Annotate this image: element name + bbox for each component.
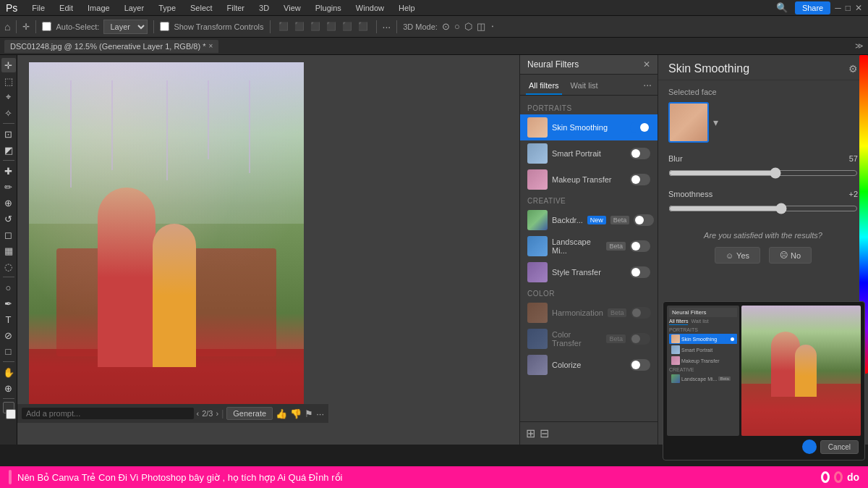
tab-close-button[interactable]: × <box>208 42 213 50</box>
tool-pen[interactable]: ✒ <box>1 296 16 311</box>
window-minimize-icon[interactable]: ─ <box>835 3 841 13</box>
more-options-icon[interactable]: ··· <box>316 408 324 419</box>
align-middle-icon[interactable]: ⬛ <box>340 21 354 32</box>
tool-crop[interactable]: ⊡ <box>1 127 16 141</box>
filter-item-smart-portrait[interactable]: Smart Portrait <box>520 140 658 167</box>
canvas-image[interactable] <box>29 62 304 421</box>
landscape-toggle[interactable] <box>630 240 650 252</box>
menu-type[interactable]: Type <box>156 2 179 14</box>
smoothness-slider[interactable] <box>668 203 858 214</box>
thumbs-up-icon[interactable]: 👍 <box>276 408 287 419</box>
align-bottom-icon[interactable]: ⬛ <box>356 21 370 32</box>
tool-gradient[interactable]: ▦ <box>1 243 16 258</box>
next-generation-button[interactable]: › <box>216 409 218 418</box>
menu-view[interactable]: View <box>281 2 304 14</box>
color-transfer-toggle[interactable] <box>630 333 650 345</box>
no-button[interactable]: ☹ No <box>769 247 812 264</box>
menu-3d[interactable]: 3D <box>256 2 272 14</box>
panels-collapse-icon[interactable]: ≫ <box>855 41 864 51</box>
3d-icon-2[interactable]: ○ <box>454 21 460 32</box>
filter-item-style-transfer[interactable]: Style Transfer <box>520 259 658 285</box>
tool-shape[interactable]: □ <box>1 344 16 358</box>
popup-ok-button[interactable] <box>802 439 817 454</box>
tool-brush[interactable]: ✏ <box>1 180 16 194</box>
document-tab[interactable]: DSC01248.jpg @ 12.5% (Generative Layer 1… <box>4 40 218 53</box>
tool-text[interactable]: T <box>1 312 16 327</box>
tool-eraser[interactable]: ◻ <box>1 227 16 242</box>
filter-layout-icon[interactable]: ⊞ <box>526 426 535 440</box>
tool-clone[interactable]: ⊕ <box>1 195 16 210</box>
home-icon[interactable]: ⌂ <box>4 21 10 33</box>
menu-file[interactable]: File <box>29 2 48 14</box>
menu-select[interactable]: Select <box>187 2 216 14</box>
filter-item-skin-smoothing[interactable]: Skin Smoothing <box>520 114 658 140</box>
menu-filter[interactable]: Filter <box>224 2 247 14</box>
filter-stack-icon[interactable]: ⊟ <box>540 426 549 440</box>
tool-marquee[interactable]: ⬚ <box>1 74 16 88</box>
filter-item-landscape[interactable]: Landscape Mi... Beta <box>520 233 658 259</box>
move-tool-icon[interactable]: ✛ <box>22 22 30 32</box>
blur-slider[interactable] <box>668 167 858 179</box>
yes-button[interactable]: ☺ Yes <box>715 247 760 264</box>
tool-magic-wand[interactable]: ✧ <box>1 106 16 120</box>
tool-background-color[interactable] <box>6 409 16 419</box>
filter-item-color-transfer[interactable]: Color Transfer Beta <box>520 326 658 352</box>
tool-move[interactable]: ✛ <box>1 58 16 72</box>
tool-slice[interactable]: ◩ <box>1 143 16 157</box>
3d-icon-1[interactable]: ⊙ <box>442 21 450 32</box>
layer-select[interactable]: Layer Group <box>103 20 148 34</box>
window-close-icon[interactable]: ✕ <box>855 3 862 13</box>
prev-generation-button[interactable]: ‹ <box>197 409 200 418</box>
tool-hand[interactable]: ✋ <box>1 365 16 379</box>
toolbar-more-icon[interactable]: ··· <box>383 21 391 33</box>
search-icon[interactable]: 🔍 <box>776 2 788 13</box>
face-dropdown-icon[interactable]: ▾ <box>713 117 718 128</box>
tab-all-filters[interactable]: All filters <box>526 79 562 95</box>
share-button[interactable]: Share <box>795 1 830 14</box>
flag-icon[interactable]: ⚑ <box>305 408 313 419</box>
colorize-toggle[interactable] <box>630 359 650 371</box>
transform-controls-checkbox[interactable] <box>160 22 169 31</box>
skin-panel-settings-icon[interactable]: ⚙ <box>848 63 858 75</box>
harmonization-toggle[interactable] <box>631 307 651 319</box>
align-top-icon[interactable]: ⬛ <box>324 21 339 32</box>
backdrop-toggle[interactable] <box>634 214 654 226</box>
tool-zoom[interactable]: ⊕ <box>1 381 16 395</box>
skin-smoothing-toggle[interactable] <box>630 122 650 133</box>
popup-cancel-button[interactable]: Cancel <box>820 440 859 454</box>
tool-path[interactable]: ⊘ <box>1 328 16 342</box>
prompt-input[interactable] <box>22 408 194 419</box>
menu-window[interactable]: Window <box>353 2 387 14</box>
3d-icon-4[interactable]: ◫ <box>477 21 485 32</box>
align-center-icon[interactable]: ⬛ <box>292 21 307 32</box>
tool-blur[interactable]: ◌ <box>1 259 16 274</box>
menu-help[interactable]: Help <box>396 2 418 14</box>
tool-dodge[interactable]: ○ <box>1 280 16 295</box>
menu-plugins[interactable]: Plugins <box>312 2 344 14</box>
neural-tabs-more-icon[interactable]: ··· <box>643 79 652 95</box>
align-right-icon[interactable]: ⬛ <box>308 21 323 32</box>
generate-button[interactable]: Generate <box>226 407 273 420</box>
menu-edit[interactable]: Edit <box>56 2 76 14</box>
tool-heal[interactable]: ✚ <box>1 164 16 178</box>
tool-history-brush[interactable]: ↺ <box>1 211 16 226</box>
menu-layer[interactable]: Layer <box>122 2 148 14</box>
3d-icon-5[interactable]: ⬝ <box>490 21 495 32</box>
thumbs-down-icon[interactable]: 👎 <box>290 408 302 419</box>
menu-image[interactable]: Image <box>85 2 113 14</box>
window-maximize-icon[interactable]: □ <box>846 3 851 13</box>
auto-select-checkbox[interactable] <box>42 22 51 31</box>
filter-item-harmonization[interactable]: Harmonization Beta <box>520 300 658 326</box>
filter-item-colorize[interactable]: Colorize <box>520 352 658 378</box>
tool-lasso[interactable]: ⌖ <box>1 90 16 104</box>
3d-icon-3[interactable]: ⬡ <box>464 21 472 32</box>
tab-wait-list[interactable]: Wait list <box>568 79 601 95</box>
align-left-icon[interactable]: ⬛ <box>276 21 291 32</box>
smart-portrait-toggle[interactable] <box>630 148 650 159</box>
neural-filters-close-icon[interactable]: ✕ <box>643 59 650 70</box>
filter-item-makeup-transfer[interactable]: Makeup Transfer <box>520 167 658 193</box>
face-thumbnail[interactable] <box>668 102 709 143</box>
style-transfer-toggle[interactable] <box>630 266 650 278</box>
makeup-transfer-toggle[interactable] <box>630 174 650 185</box>
filter-item-backdrop[interactable]: Backdr... New Beta <box>520 207 658 233</box>
